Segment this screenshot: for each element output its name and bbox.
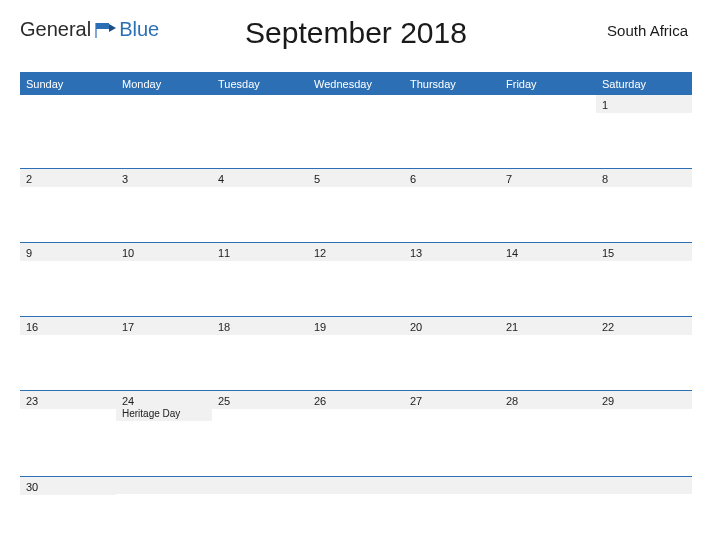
dayname-row: Sunday Monday Tuesday Wednesday Thursday… xyxy=(20,72,692,95)
day-body xyxy=(20,112,116,167)
day-cell: 14 xyxy=(500,242,596,316)
day-cell: 20 xyxy=(404,316,500,390)
day-number: 11 xyxy=(218,246,302,260)
day-number: 24 xyxy=(122,394,206,408)
day-cell xyxy=(116,95,212,168)
day-body xyxy=(404,409,500,464)
day-body xyxy=(596,494,692,549)
day-body xyxy=(404,494,500,549)
day-cell: 25 xyxy=(212,390,308,476)
day-cell: 6 xyxy=(404,168,500,242)
day-body xyxy=(500,494,596,549)
day-cell: 29 xyxy=(596,390,692,476)
day-body xyxy=(212,335,308,390)
day-numstrip: 2 xyxy=(20,169,116,187)
day-numstrip: 14 xyxy=(500,243,596,261)
day-cell: 17 xyxy=(116,316,212,390)
day-number: 15 xyxy=(602,246,686,260)
day-body xyxy=(500,187,596,242)
day-body xyxy=(20,409,116,464)
day-numstrip xyxy=(596,477,692,494)
day-number: 23 xyxy=(26,394,110,408)
day-number: 26 xyxy=(314,394,398,408)
day-number: 3 xyxy=(122,172,206,186)
day-numstrip xyxy=(212,95,308,112)
day-body xyxy=(212,494,308,549)
day-numstrip: 22 xyxy=(596,317,692,335)
day-numstrip: 17 xyxy=(116,317,212,335)
day-numstrip xyxy=(20,95,116,112)
day-number: 16 xyxy=(26,320,110,334)
day-numstrip: 7 xyxy=(500,169,596,187)
day-number: 6 xyxy=(410,172,494,186)
day-body xyxy=(308,494,404,549)
day-body xyxy=(404,261,500,316)
day-cell: 11 xyxy=(212,242,308,316)
day-numstrip: 26 xyxy=(308,391,404,409)
week-row: 1 xyxy=(20,95,692,168)
day-cell: 24Heritage Day xyxy=(116,390,212,476)
day-cell xyxy=(212,95,308,168)
day-cell xyxy=(404,476,500,550)
day-body xyxy=(308,409,404,464)
day-body xyxy=(116,261,212,316)
day-number: 30 xyxy=(26,480,110,494)
day-numstrip: 20 xyxy=(404,317,500,335)
day-body xyxy=(212,112,308,167)
day-cell: 7 xyxy=(500,168,596,242)
day-number: 2 xyxy=(26,172,110,186)
day-cell xyxy=(404,95,500,168)
day-body xyxy=(500,335,596,390)
day-number: 21 xyxy=(506,320,590,334)
day-numstrip: 19 xyxy=(308,317,404,335)
day-cell: 9 xyxy=(20,242,116,316)
day-numstrip xyxy=(212,477,308,494)
day-cell: 12 xyxy=(308,242,404,316)
calendar-title: September 2018 xyxy=(245,16,467,50)
day-number: 4 xyxy=(218,172,302,186)
day-cell: 2 xyxy=(20,168,116,242)
day-cell xyxy=(596,476,692,550)
day-numstrip xyxy=(404,477,500,494)
week-row: 9101112131415 xyxy=(20,242,692,316)
day-numstrip xyxy=(500,95,596,112)
day-body xyxy=(404,112,500,167)
day-cell xyxy=(308,476,404,550)
day-cell: 19 xyxy=(308,316,404,390)
calendar-header: General Blue September 2018 South Africa xyxy=(20,12,692,62)
week-row: 2324Heritage Day2526272829 xyxy=(20,390,692,476)
day-numstrip: 25 xyxy=(212,391,308,409)
week-row: 30 xyxy=(20,476,692,550)
day-body xyxy=(308,112,404,167)
day-cell: 15 xyxy=(596,242,692,316)
day-numstrip: 11 xyxy=(212,243,308,261)
day-numstrip: 6 xyxy=(404,169,500,187)
day-number: 25 xyxy=(218,394,302,408)
dayname-sat: Saturday xyxy=(596,74,692,95)
day-body xyxy=(116,335,212,390)
day-numstrip: 5 xyxy=(308,169,404,187)
day-cell: 26 xyxy=(308,390,404,476)
day-numstrip: 13 xyxy=(404,243,500,261)
dayname-mon: Monday xyxy=(116,74,212,95)
logo-text: General xyxy=(20,18,91,41)
day-numstrip: 16 xyxy=(20,317,116,335)
day-number: 8 xyxy=(602,172,686,186)
week-row: 16171819202122 xyxy=(20,316,692,390)
day-number: 20 xyxy=(410,320,494,334)
logo-text-blue: Blue xyxy=(119,18,159,41)
day-cell xyxy=(212,476,308,550)
day-cell: 4 xyxy=(212,168,308,242)
weeks-container: 123456789101112131415161718192021222324H… xyxy=(20,95,692,550)
day-cell: 21 xyxy=(500,316,596,390)
day-number: 27 xyxy=(410,394,494,408)
day-numstrip: 18 xyxy=(212,317,308,335)
region-label: South Africa xyxy=(607,22,688,39)
day-numstrip: 8 xyxy=(596,169,692,187)
day-numstrip xyxy=(308,477,404,494)
day-cell: 18 xyxy=(212,316,308,390)
day-body xyxy=(212,409,308,464)
day-numstrip: 4 xyxy=(212,169,308,187)
day-number: 1 xyxy=(602,98,686,112)
logo-flag-icon xyxy=(95,21,117,39)
